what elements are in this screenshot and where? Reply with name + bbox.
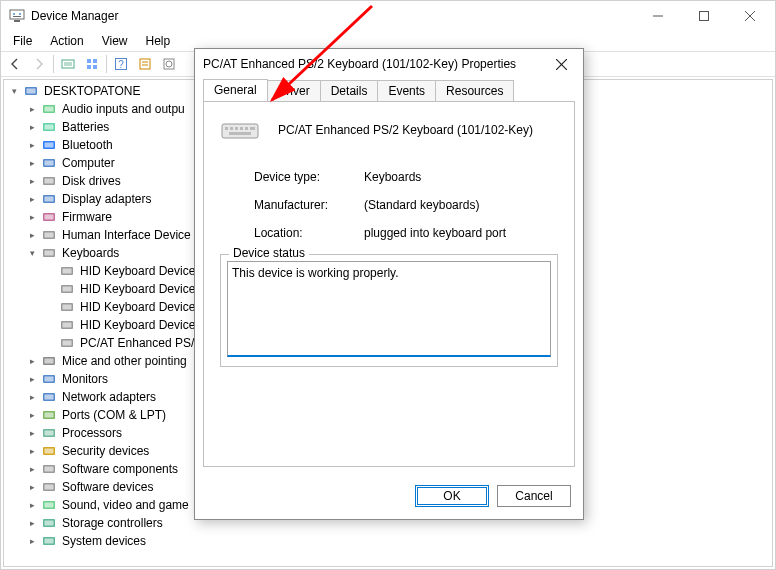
expand-icon[interactable] — [44, 301, 56, 313]
tree-label: Bluetooth — [60, 138, 115, 152]
tree-label: Disk drives — [60, 174, 123, 188]
svg-rect-82 — [250, 127, 255, 130]
device-status-group: Device status — [220, 254, 558, 367]
svg-rect-47 — [63, 305, 72, 310]
svg-rect-81 — [245, 127, 248, 130]
ok-button[interactable]: OK — [415, 485, 489, 507]
svg-rect-78 — [230, 127, 233, 130]
tree-label: Processors — [60, 426, 124, 440]
computer-icon — [41, 155, 57, 171]
pc-icon — [23, 83, 39, 99]
expand-icon[interactable]: ▸ — [26, 481, 38, 493]
tree-label: HID Keyboard Device — [78, 318, 197, 332]
expand-icon[interactable]: ▸ — [26, 535, 38, 547]
keyboard-icon — [59, 263, 75, 279]
tree-label: Network adapters — [60, 390, 158, 404]
expand-icon[interactable]: ▸ — [26, 499, 38, 511]
tab-general[interactable]: General — [203, 79, 268, 101]
svg-rect-37 — [45, 215, 54, 220]
expand-icon[interactable]: ▸ — [26, 103, 38, 115]
svg-rect-0 — [10, 10, 24, 19]
tree-label: Audio inputs and outpu — [60, 102, 187, 116]
tree-label: Ports (COM & LPT) — [60, 408, 168, 422]
svg-rect-65 — [45, 467, 54, 472]
minimize-button[interactable] — [635, 1, 681, 31]
tab-strip: General Driver Details Events Resources — [195, 79, 583, 101]
expand-icon[interactable]: ▸ — [26, 193, 38, 205]
app-icon — [9, 8, 25, 24]
window-title: Device Manager — [31, 9, 635, 23]
tree-label: Monitors — [60, 372, 110, 386]
svg-rect-77 — [225, 127, 228, 130]
expand-icon[interactable]: ▸ — [26, 427, 38, 439]
svg-rect-39 — [45, 233, 54, 238]
expand-icon[interactable]: ▸ — [26, 355, 38, 367]
menu-view[interactable]: View — [94, 33, 136, 49]
svg-point-2 — [13, 13, 15, 15]
expand-icon[interactable]: ▸ — [26, 463, 38, 475]
forward-button[interactable] — [27, 53, 51, 75]
tree-label: Storage controllers — [60, 516, 165, 530]
expand-icon[interactable]: ▸ — [26, 157, 38, 169]
keyboard-icon — [59, 281, 75, 297]
svg-rect-29 — [45, 143, 54, 148]
svg-rect-80 — [240, 127, 243, 130]
device-status-text[interactable] — [227, 261, 551, 357]
label-location: Location: — [254, 226, 364, 240]
toolbar-icon-2[interactable] — [80, 53, 104, 75]
expand-icon[interactable] — [44, 319, 56, 331]
expand-icon[interactable]: ▾ — [26, 247, 38, 259]
expand-icon[interactable]: ▸ — [26, 409, 38, 421]
tree-label: Keyboards — [60, 246, 121, 260]
svg-text:?: ? — [118, 59, 124, 70]
expand-icon[interactable] — [44, 337, 56, 349]
tab-details[interactable]: Details — [320, 80, 379, 101]
expand-icon[interactable]: ▸ — [26, 139, 38, 151]
expand-icon[interactable]: ▸ — [26, 229, 38, 241]
toolbar-icon-3[interactable]: ? — [109, 53, 133, 75]
expand-icon[interactable]: ▸ — [26, 445, 38, 457]
expand-icon[interactable] — [44, 283, 56, 295]
menu-action[interactable]: Action — [42, 33, 91, 49]
toolbar-icon-1[interactable] — [56, 53, 80, 75]
tab-driver[interactable]: Driver — [267, 80, 321, 101]
cancel-button[interactable]: Cancel — [497, 485, 571, 507]
close-button[interactable] — [727, 1, 773, 31]
dialog-close-button[interactable] — [547, 50, 575, 78]
menu-help[interactable]: Help — [138, 33, 179, 49]
menu-file[interactable]: File — [5, 33, 40, 49]
expand-icon[interactable]: ▸ — [26, 373, 38, 385]
monitor-icon — [41, 371, 57, 387]
tree-label: System devices — [60, 534, 148, 548]
svg-rect-43 — [63, 269, 72, 274]
expand-icon[interactable]: ▸ — [26, 391, 38, 403]
toolbar-icon-5[interactable] — [157, 53, 181, 75]
keyboard-icon — [59, 335, 75, 351]
svg-point-21 — [166, 61, 172, 67]
properties-dialog: PC/AT Enhanced PS/2 Keyboard (101/102-Ke… — [194, 48, 584, 520]
firmware-icon — [41, 209, 57, 225]
expand-icon[interactable]: ▸ — [26, 121, 38, 133]
expand-icon[interactable] — [44, 265, 56, 277]
svg-rect-11 — [87, 59, 91, 63]
svg-rect-71 — [45, 521, 54, 526]
keyboard-icon — [59, 299, 75, 315]
back-button[interactable] — [3, 53, 27, 75]
expand-icon[interactable]: ▸ — [26, 211, 38, 223]
tree-label: HID Keyboard Device — [78, 300, 197, 314]
softcomp-icon — [41, 461, 57, 477]
value-device-type: Keyboards — [364, 170, 421, 184]
expand-icon[interactable]: ▾ — [8, 85, 20, 97]
tab-resources[interactable]: Resources — [435, 80, 514, 101]
svg-rect-73 — [45, 539, 54, 544]
svg-rect-17 — [140, 59, 150, 69]
softdev-icon — [41, 479, 57, 495]
tree-label: HID Keyboard Device — [78, 264, 197, 278]
tree-node-system[interactable]: ▸System devices — [26, 532, 770, 550]
expand-icon[interactable]: ▸ — [26, 175, 38, 187]
svg-rect-33 — [45, 179, 54, 184]
expand-icon[interactable]: ▸ — [26, 517, 38, 529]
toolbar-icon-4[interactable] — [133, 53, 157, 75]
tab-events[interactable]: Events — [377, 80, 436, 101]
maximize-button[interactable] — [681, 1, 727, 31]
